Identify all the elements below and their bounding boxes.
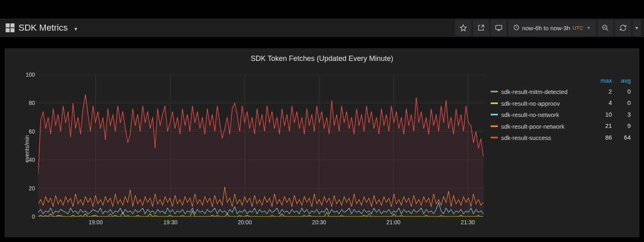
legend-max: 2 bbox=[593, 86, 614, 97]
timezone-label: UTC bbox=[572, 25, 583, 31]
svg-marker-0 bbox=[460, 25, 466, 31]
legend-avg: 0 bbox=[614, 97, 633, 109]
x-tick: 21:00 bbox=[386, 219, 400, 225]
dashboard-title[interactable]: SDK Metrics ▼ bbox=[19, 23, 78, 33]
legend-label: sdk-result-no-approov bbox=[501, 100, 560, 106]
legend-row-1[interactable]: sdk-result-no-approov40 bbox=[488, 97, 633, 109]
legend-row-2[interactable]: sdk-result-no-network103 bbox=[488, 108, 633, 120]
svg-rect-1 bbox=[496, 25, 502, 29]
dashboard-grid-icon[interactable] bbox=[6, 23, 14, 32]
legend-row-3[interactable]: sdk-result-poor-network219 bbox=[488, 120, 633, 132]
legend-label: sdk-result-no-network bbox=[501, 111, 559, 118]
y-tick: 100 bbox=[19, 71, 35, 78]
tv-mode-button[interactable] bbox=[491, 20, 507, 36]
legend-header-max[interactable]: max bbox=[593, 75, 614, 86]
refresh-icon bbox=[619, 24, 627, 31]
legend-swatch-icon bbox=[491, 91, 498, 92]
y-tick: 60 bbox=[19, 128, 35, 135]
legend-header-avg[interactable]: avg bbox=[614, 75, 633, 86]
time-range-picker[interactable]: now-6h to now-3h UTC ▼ bbox=[508, 20, 596, 36]
legend-avg: 64 bbox=[614, 131, 633, 143]
legend-swatch-icon bbox=[491, 114, 498, 115]
svg-line-6 bbox=[606, 29, 608, 31]
legend-label: sdk-result-success bbox=[501, 134, 551, 141]
y-tick: 80 bbox=[19, 100, 35, 106]
x-tick: 21:30 bbox=[461, 219, 475, 225]
legend-swatch-icon bbox=[491, 125, 498, 127]
zoom-out-button[interactable] bbox=[597, 20, 613, 36]
legend-swatch-icon bbox=[491, 102, 498, 104]
y-tick: 0 bbox=[19, 213, 35, 220]
legend-swatch-icon bbox=[491, 137, 498, 138]
chart-panel: SDK Token Fetches (Updated Every Minute)… bbox=[5, 48, 639, 237]
legend-max: 10 bbox=[593, 108, 614, 120]
y-tick: 40 bbox=[19, 156, 35, 163]
legend: . max avg sdk-result-mitm-detected20sdk-… bbox=[488, 75, 633, 143]
chevron-down-icon: ▼ bbox=[635, 26, 639, 30]
refresh-interval-dropdown[interactable]: ▼ bbox=[633, 20, 641, 36]
legend-max: 4 bbox=[593, 97, 614, 109]
legend-avg: 9 bbox=[614, 120, 633, 132]
x-tick: 20:00 bbox=[238, 219, 252, 225]
x-tick: 19:00 bbox=[89, 219, 103, 225]
star-button[interactable] bbox=[455, 20, 471, 36]
clock-icon bbox=[513, 24, 520, 32]
time-range-text: now-6h to now-3h bbox=[522, 25, 570, 31]
zoom-out-icon bbox=[602, 24, 609, 31]
share-button[interactable] bbox=[473, 20, 489, 36]
star-icon bbox=[460, 24, 467, 31]
plot-canvas[interactable]: 02040608010019:0019:3020:0020:3021:0021:… bbox=[38, 75, 483, 217]
x-tick: 20:30 bbox=[312, 219, 326, 225]
x-tick: 19:30 bbox=[163, 219, 178, 225]
legend-label: sdk-result-mitm-detected bbox=[501, 88, 568, 95]
chevron-down-icon: ▼ bbox=[586, 25, 591, 30]
panel-title: SDK Token Fetches (Updated Every Minute) bbox=[5, 49, 639, 65]
legend-max: 21 bbox=[593, 120, 614, 132]
topbar: SDK Metrics ▼ now-6h to now-3h UTC ▼ ▼ bbox=[0, 19, 644, 37]
refresh-button[interactable] bbox=[615, 20, 631, 36]
dashboard-title-text: SDK Metrics bbox=[19, 23, 68, 33]
legend-row-0[interactable]: sdk-result-mitm-detected20 bbox=[488, 86, 633, 97]
chevron-down-icon: ▼ bbox=[73, 26, 78, 32]
y-tick: 20 bbox=[19, 185, 35, 192]
legend-row-4[interactable]: sdk-result-success8664 bbox=[488, 131, 633, 143]
legend-avg: 3 bbox=[614, 108, 633, 120]
share-icon bbox=[477, 24, 485, 31]
monitor-icon bbox=[495, 24, 502, 31]
legend-label: sdk-result-poor-network bbox=[501, 123, 565, 129]
legend-avg: 0 bbox=[614, 86, 633, 97]
chart-area: events/min 02040608010019:0019:3020:0020… bbox=[13, 69, 483, 229]
legend-max: 86 bbox=[593, 131, 614, 143]
